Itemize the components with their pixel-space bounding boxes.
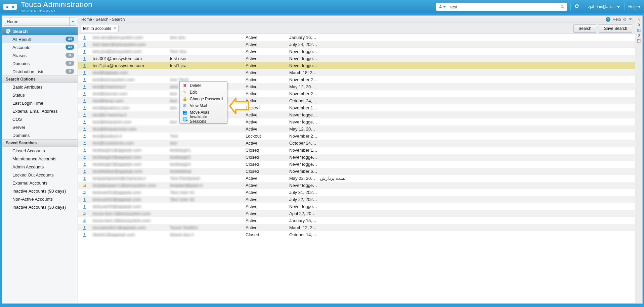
cell-displayname: Test User 01 [169, 190, 244, 195]
table-row[interactable]: test.jira@arissystem.comTest JiraActiveN… [78, 48, 635, 55]
search-button[interactable]: Search [573, 24, 596, 33]
person-icon [82, 134, 87, 139]
table-row[interactable]: testbargh3@appeyk.comtestbargh3ClosedNev… [78, 161, 635, 168]
table-row[interactable]: test@ir.hansma.irActiveNever logged In [78, 111, 635, 118]
sidebar-section-saved: Saved Searches [2, 139, 78, 147]
table-row[interactable]: test@zootstores.comtestActiveOctober 24,… [78, 140, 635, 147]
sidebar-search-header[interactable]: 🔍 Search [2, 27, 78, 35]
refresh-button[interactable] [574, 3, 579, 10]
search-option[interactable]: Status [2, 91, 78, 99]
help-menu[interactable]: Help [628, 4, 641, 9]
person-icon [82, 85, 87, 89]
table-row[interactable]: test001@arissystem.comtest userActiveNev… [78, 55, 635, 62]
context-menu-item[interactable]: 🌐✖Invalidate Sessions [180, 116, 227, 122]
close-icon[interactable]: ✕ [113, 26, 116, 31]
table-row[interactable]: testpardazesh@charisma.irTest PardazeshA… [78, 175, 635, 182]
sidebar-category[interactable]: Aliases0 [2, 51, 78, 59]
table-row[interactable]: test-team@arissystem.comActiveJuly 24, 2… [78, 41, 635, 48]
person-icon [82, 49, 87, 54]
table-row[interactable]: toucatest911@appeyk.comTouce Test911Acti… [78, 224, 635, 231]
note-icon[interactable]: ✎ [636, 17, 642, 22]
search-option[interactable]: Domains [2, 131, 78, 139]
sidebar-category[interactable]: Distribution Lists0 [2, 67, 78, 75]
saved-search[interactable]: Locked Out Accounts [2, 171, 78, 179]
person-icon [82, 113, 87, 117]
sidebar-category[interactable]: All Result40 [2, 35, 78, 43]
cell-email: test@appeyk.com [91, 70, 169, 75]
cell-email: test@faraz.com [91, 98, 169, 103]
search-submit-button[interactable] [558, 4, 567, 9]
cell-lastlogin: March 12, 202… [288, 225, 319, 230]
queue-icon[interactable]: ▥ [636, 28, 642, 33]
search-option[interactable]: COS [2, 115, 78, 123]
nav-forward-button[interactable]: ▶ [10, 4, 17, 10]
table-row[interactable]: testbargh1@appeyk.comtestbargh1ClosedNov… [78, 147, 635, 154]
table-row[interactable]: testbargh2@appeyk.comtestbargh2ClosedNev… [78, 154, 635, 161]
search-option[interactable]: Basic Attributes [2, 83, 78, 91]
table-row[interactable]: ttbank2@appeyk.comttbank.test.2ClosedOct… [78, 231, 635, 238]
table-row[interactable]: test@arissystem.comAris Test1ActiveNovem… [78, 76, 635, 83]
cell-lastlogin: Never logged In [288, 119, 319, 124]
gear-icon[interactable]: ⚙ [623, 17, 627, 22]
cell-displayname: ttbank.test.2 [169, 232, 244, 237]
saved-search[interactable]: Admin Accounts [2, 163, 78, 171]
context-menu-item[interactable]: ✖Delete [180, 82, 227, 89]
help-link[interactable]: Help [612, 17, 621, 22]
cell-lastlogin: April 22, 2024 … [288, 211, 319, 216]
svg-line-2 [563, 7, 564, 9]
svg-point-29 [84, 212, 85, 213]
table-row[interactable]: test1.jira@arissystem.comtest1.jiraActiv… [78, 62, 635, 69]
svg-point-30 [85, 212, 86, 213]
sidebar-category[interactable]: Accounts40 [2, 43, 78, 51]
table-row[interactable]: touca-test-1@arissystem.comActiveApril 2… [78, 210, 635, 217]
current-user-menu[interactable]: zjabbari@ap… [588, 4, 620, 9]
search-option[interactable]: External Email Address [2, 107, 78, 115]
cell-lastlogin: November 6, 2… [288, 169, 319, 174]
saved-search[interactable]: External Accounts [2, 179, 78, 187]
table-row[interactable]: testuser03@appeyk.comActiveNever logged … [78, 203, 635, 210]
search-chip[interactable]: test In accounts ✕ [81, 25, 119, 32]
count-badge: 0 [66, 69, 74, 74]
svg-point-32 [85, 219, 86, 220]
collapse-panel-icon[interactable]: « [629, 16, 634, 21]
person-icon [82, 70, 87, 75]
table-row[interactable]: test@kharazmoor.comActiveMay 12, 2023 … [78, 125, 635, 133]
cell-displayname: testebtekar [169, 169, 244, 174]
note-count: 0 [638, 23, 640, 27]
nav-back-button[interactable]: ◀ [3, 4, 10, 10]
save-search-button[interactable]: Save Search [599, 24, 632, 33]
table-row[interactable]: test@appeyk.comActiveMarch 18, 202… [78, 69, 635, 76]
table-row[interactable]: touca-test-2@arissystem.comActiveJanuary… [78, 217, 635, 224]
saved-search[interactable]: Inactive Accounts (90 days) [2, 187, 78, 195]
table-row[interactable]: test@charisma.iramirActiveMay 12, 2023 … [78, 83, 635, 90]
search-icon: 🔍 [6, 29, 10, 34]
saved-search[interactable]: Inactive Accounts (30 days) [2, 203, 78, 211]
search-option[interactable]: Last Login Time [2, 99, 78, 107]
table-row[interactable]: test@faraz.comtestActiveOctober 24, 2… [78, 97, 635, 104]
table-row[interactable]: testuser02@appeyk.comTest User 02ActiveJ… [78, 196, 635, 203]
sidebar-category[interactable]: Domains0 [2, 59, 78, 67]
table-row[interactable]: testplanjaam.ir@arissystem.comtestplan@j… [78, 182, 635, 189]
table-row[interactable]: test@douran.comtestActiveNovember 29, … [78, 90, 635, 97]
invalidate-icon: 🌐✖ [182, 117, 187, 121]
saved-search[interactable]: Closed Accounts [2, 147, 78, 155]
table-row[interactable]: test@podium.irTestLockoutNovember 29, … [78, 133, 635, 140]
breadcrumb-home-dropdown[interactable]: Home [4, 17, 76, 26]
search-option[interactable]: Server [2, 123, 78, 131]
saved-search[interactable]: Non-Active Accounts [2, 195, 78, 203]
global-search-input[interactable] [448, 4, 558, 9]
table-row[interactable]: testebtekar@appeyk.comtestebtekarClosedN… [78, 168, 635, 175]
cell-status: Active [244, 218, 288, 223]
table-row[interactable]: testuser01@appeyk.comTest User 01ActiveJ… [78, 189, 635, 196]
search-scope-dropdown[interactable] [436, 3, 448, 11]
context-menu-item[interactable]: 🔒Change Password [180, 96, 227, 102]
saved-search[interactable]: Maintenance Accounts [2, 155, 78, 163]
context-menu-item[interactable]: ✉View Mail [180, 102, 227, 109]
help-icon[interactable]: ? [606, 17, 610, 22]
tree-icon[interactable]: ⬚ [636, 38, 642, 43]
context-menu-item[interactable]: ✎Edit [180, 89, 227, 96]
table-row[interactable]: test-aris@arissystem.comtest arisActiveJ… [78, 34, 635, 41]
table-row[interactable]: test@kharazmi.comtestActiveNever logged … [78, 118, 635, 125]
table-row[interactable]: test@gnaborz.comarisLockedNovember 17, … [78, 104, 635, 111]
results-grid[interactable]: test-aris@arissystem.comtest arisActiveJ… [78, 34, 635, 303]
